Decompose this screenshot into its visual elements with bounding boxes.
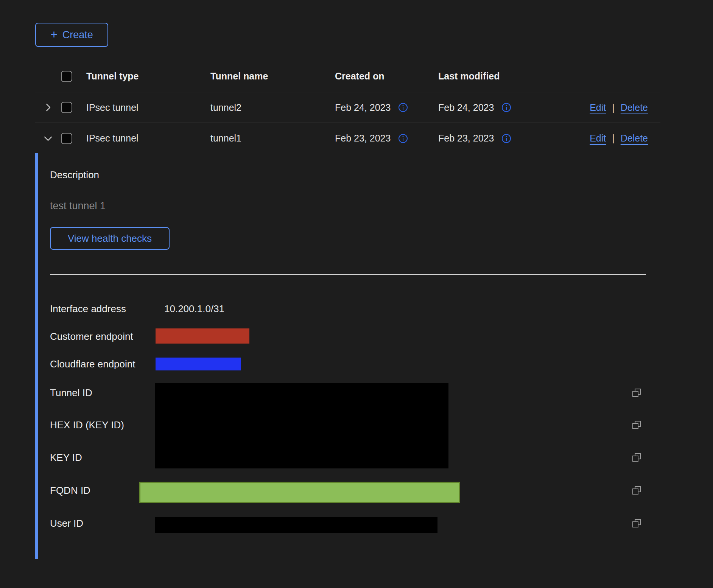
fqdn-id-label: FQDN ID (50, 485, 90, 496)
edit-link[interactable]: Edit (590, 102, 606, 113)
info-icon[interactable] (398, 134, 408, 143)
hex-id-label: HEX ID (KEY ID) (50, 419, 124, 431)
customer-endpoint-redaction (156, 328, 249, 344)
copy-icon[interactable] (631, 518, 642, 529)
fqdn-id-redaction (139, 482, 460, 503)
interface-address-label: Interface address (50, 303, 126, 314)
description-value: test tunnel 1 (50, 200, 106, 212)
create-button-label: Create (62, 29, 93, 41)
copy-icon[interactable] (631, 420, 642, 430)
chevron-down-icon[interactable] (42, 133, 54, 144)
created-on-value: Feb 24, 2023 (335, 102, 391, 113)
view-health-checks-button[interactable]: View health checks (50, 227, 170, 250)
create-button[interactable]: + Create (35, 23, 108, 47)
delete-link[interactable]: Delete (621, 102, 648, 113)
info-icon[interactable] (501, 103, 511, 112)
tunnel-detail-panel: Description test tunnel 1 View health ch… (35, 153, 660, 559)
section-divider (50, 274, 646, 275)
edit-link[interactable]: Edit (590, 133, 606, 144)
table-header-row: Tunnel type Tunnel name Created on Last … (35, 61, 660, 92)
expanded-row-accent-bar (35, 153, 38, 559)
tunnels-table: Tunnel type Tunnel name Created on Last … (35, 61, 660, 154)
row-checkbox[interactable] (61, 102, 72, 113)
copy-icon[interactable] (631, 452, 642, 463)
cloudflare-endpoint-label: Cloudflare endpoint (50, 358, 135, 370)
header-tunnel-type: Tunnel type (86, 71, 210, 82)
user-id-label: User ID (50, 518, 83, 529)
tunnel-id-label: Tunnel ID (50, 387, 92, 398)
header-checkbox-cell (61, 71, 86, 82)
table-row: IPsec tunnel tunnel1 Feb 23, 2023 Feb 23… (35, 123, 660, 154)
row-checkbox[interactable] (61, 133, 72, 144)
description-label: Description (50, 169, 99, 181)
tunnel-name-value: tunnel1 (210, 133, 335, 144)
delete-link[interactable]: Delete (621, 133, 648, 144)
select-all-checkbox[interactable] (61, 71, 72, 82)
interface-address-value: 10.200.1.0/31 (164, 303, 224, 314)
info-icon[interactable] (398, 103, 408, 112)
action-separator: | (612, 102, 615, 113)
key-id-label: KEY ID (50, 452, 82, 463)
plus-icon: + (50, 28, 58, 40)
tunnel-name-value: tunnel2 (210, 102, 335, 113)
last-modified-value: Feb 24, 2023 (438, 102, 494, 113)
cloudflare-endpoint-redaction (156, 358, 241, 370)
created-on-value: Feb 23, 2023 (335, 133, 391, 144)
tunnel-type-value: IPsec tunnel (86, 102, 210, 113)
header-tunnel-name: Tunnel name (210, 71, 335, 82)
last-modified-value: Feb 23, 2023 (438, 133, 494, 144)
header-created-on: Created on (335, 71, 438, 82)
header-last-modified: Last modified (438, 71, 582, 82)
tunnel-type-value: IPsec tunnel (86, 133, 210, 144)
action-separator: | (612, 133, 615, 144)
user-id-redaction (155, 517, 437, 533)
info-icon[interactable] (501, 134, 511, 143)
table-row: IPsec tunnel tunnel2 Feb 24, 2023 Feb 24… (35, 92, 660, 123)
copy-icon[interactable] (631, 387, 642, 398)
tunnel-fields: Interface address 10.200.1.0/31 Customer… (50, 295, 660, 559)
ids-redaction (155, 383, 448, 468)
chevron-right-icon[interactable] (42, 102, 54, 113)
copy-icon[interactable] (631, 485, 642, 496)
customer-endpoint-label: Customer endpoint (50, 331, 133, 342)
